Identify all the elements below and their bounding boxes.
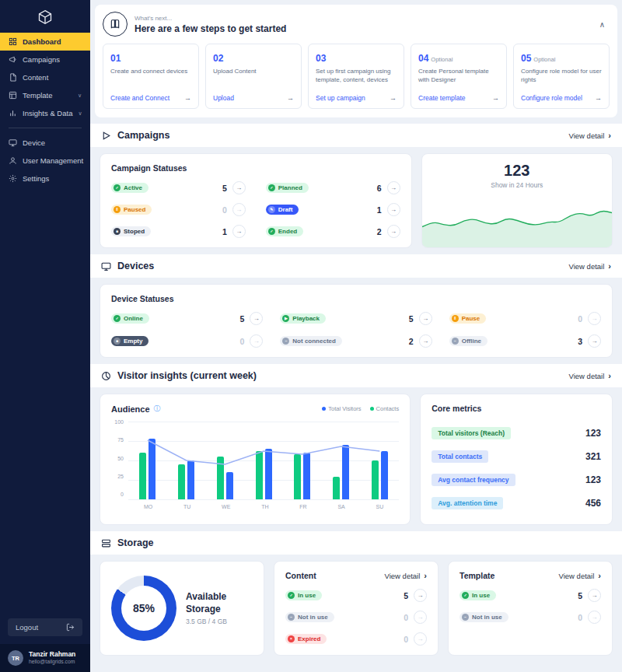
step-action-link[interactable]: Upload→ — [213, 94, 294, 102]
dash-icon: – — [282, 338, 289, 345]
sidebar-item-settings[interactable]: Settings — [0, 170, 90, 187]
status-row: ✓Online 5→ — [111, 312, 263, 325]
cross-icon: × — [288, 635, 295, 642]
y-axis-label: 0 — [121, 492, 124, 497]
status-label: Not connected — [292, 338, 336, 345]
view-detail-label: View detail — [569, 372, 605, 380]
status-row: ✓Active 5→ — [111, 181, 246, 194]
sidebar-item-dashboard[interactable]: Dashboard — [0, 33, 90, 51]
campaigns-view-detail-link[interactable]: View detail › — [569, 131, 611, 140]
status-arrow-button[interactable]: → — [588, 611, 601, 624]
status-row: ✓Planned 6→ — [266, 181, 400, 194]
step-action-link[interactable]: Set up campaign→ — [316, 94, 397, 102]
content-view-detail-link[interactable]: View detail › — [385, 571, 427, 580]
audience-ylabels: 1007550250 — [111, 419, 124, 497]
status-label: Online — [124, 315, 143, 322]
core-metrics-title: Core metrics — [432, 404, 601, 413]
metric-value: 123 — [585, 474, 601, 485]
insights-section-header: Visitor insights (current week) View det… — [90, 364, 622, 387]
campaigns-section-title: Campaigns — [101, 130, 169, 141]
status-label: Empty — [124, 338, 142, 345]
megaphone-icon — [9, 55, 17, 64]
bar-group — [256, 449, 272, 499]
step-description: Create Personal template with Designer — [418, 68, 499, 91]
sidebar-item-device[interactable]: Device — [0, 134, 90, 152]
step-action-link[interactable]: Create and Connect→ — [110, 94, 191, 102]
legend-item-contacts: Contacts — [370, 405, 400, 412]
bar-contacts — [333, 477, 340, 499]
status-label: Offline — [462, 338, 481, 345]
sidebar-item-label: Campaigns — [23, 55, 60, 64]
status-badge: ×Expired — [285, 634, 327, 644]
status-arrow-button[interactable]: → — [588, 334, 601, 348]
status-arrow-button[interactable]: → — [588, 312, 601, 325]
x-axis-label: SA — [337, 504, 344, 509]
template-view-detail-link[interactable]: View detail › — [559, 571, 601, 580]
audience-chart: 1007550250 — [111, 422, 399, 500]
step-tag: Optional — [431, 56, 453, 63]
sidebar-item-label: User Management — [23, 156, 83, 165]
status-arrow-button[interactable]: → — [387, 225, 400, 238]
status-arrow-button[interactable]: → — [232, 225, 246, 238]
status-value: 0 — [221, 205, 227, 215]
status-row: ✎Draft 1→ — [266, 203, 400, 216]
status-arrow-button[interactable]: → — [387, 203, 400, 216]
sidebar-item-content[interactable]: Content — [0, 68, 90, 86]
status-arrow-button[interactable]: → — [414, 611, 427, 624]
status-row: ×Expired 0→ — [285, 632, 427, 646]
chevron-right-icon: › — [608, 371, 611, 380]
bar-group — [178, 460, 194, 499]
check-icon: ✓ — [114, 184, 121, 191]
arrow-right-icon: → — [492, 94, 499, 102]
bar-total-visitors — [226, 472, 233, 499]
metric-badge: Total contacts — [432, 450, 488, 463]
sidebar-item-insights-data[interactable]: Insights & Data ∨ — [0, 104, 90, 122]
step-action-link[interactable]: Create template→ — [418, 94, 499, 102]
status-badge: ■Empty — [111, 336, 149, 346]
status-arrow-button[interactable]: → — [250, 334, 263, 348]
status-value: 5 — [221, 184, 227, 193]
insights-section-title: Visitor insights (current week) — [101, 370, 257, 381]
status-row: ✓In use 5→ — [285, 589, 427, 602]
status-arrow-button[interactable]: → — [414, 632, 427, 646]
logout-button[interactable]: Logout — [8, 618, 82, 636]
content-card-header: Content View detail › — [285, 571, 427, 580]
sidebar-item-template[interactable]: Template ∨ — [0, 86, 90, 104]
status-arrow-button[interactable]: → — [588, 589, 601, 602]
status-badge: ▶Playback — [280, 313, 326, 324]
status-badge: ✎Draft — [266, 205, 299, 215]
step-action-label: Configure role model — [521, 94, 582, 102]
status-arrow-button[interactable]: → — [419, 334, 432, 348]
bar-chart-icon — [9, 109, 17, 117]
status-arrow-button[interactable]: → — [232, 203, 246, 216]
onboarding-title: Here are a few steps to get started — [135, 23, 286, 34]
insights-view-detail-link[interactable]: View detail › — [569, 371, 611, 380]
status-row: ‖Pause 0→ — [449, 312, 601, 325]
sidebar-user-card[interactable]: TR Tanzir Rahman hello@tailgrids.com — [0, 644, 90, 672]
step-action-label: Upload — [213, 94, 234, 102]
status-value: 1 — [221, 227, 227, 236]
dash-icon: – — [288, 614, 295, 621]
bar-group — [372, 451, 388, 499]
devices-view-detail-link[interactable]: View detail › — [569, 261, 611, 271]
status-arrow-button[interactable]: → — [414, 589, 427, 602]
sidebar-item-user-management[interactable]: User Management — [0, 152, 90, 170]
status-arrow-button[interactable]: → — [419, 312, 432, 325]
status-arrow-button[interactable]: → — [250, 312, 263, 325]
status-badge: ‖Pause — [449, 313, 487, 324]
bar-contacts — [217, 457, 224, 499]
status-arrow-button[interactable]: → — [232, 181, 246, 194]
status-arrow-button[interactable]: → — [387, 181, 400, 194]
check-icon: ✓ — [288, 592, 295, 599]
collapse-banner-button[interactable]: ∧ — [595, 19, 610, 30]
status-value: 0 — [238, 337, 244, 346]
status-row: –Not connected 2→ — [280, 334, 432, 348]
status-value: 2 — [407, 337, 414, 346]
step-action-link[interactable]: Configure role model→ — [521, 94, 602, 102]
bar-total-visitors — [265, 449, 272, 499]
sidebar-item-campaigns[interactable]: Campaigns — [0, 51, 90, 68]
chevron-right-icon: › — [424, 571, 427, 580]
arrow-right-icon: → — [592, 614, 598, 621]
info-icon[interactable]: ⓘ — [154, 404, 161, 414]
status-row: ‖Paused 0→ — [111, 203, 246, 216]
